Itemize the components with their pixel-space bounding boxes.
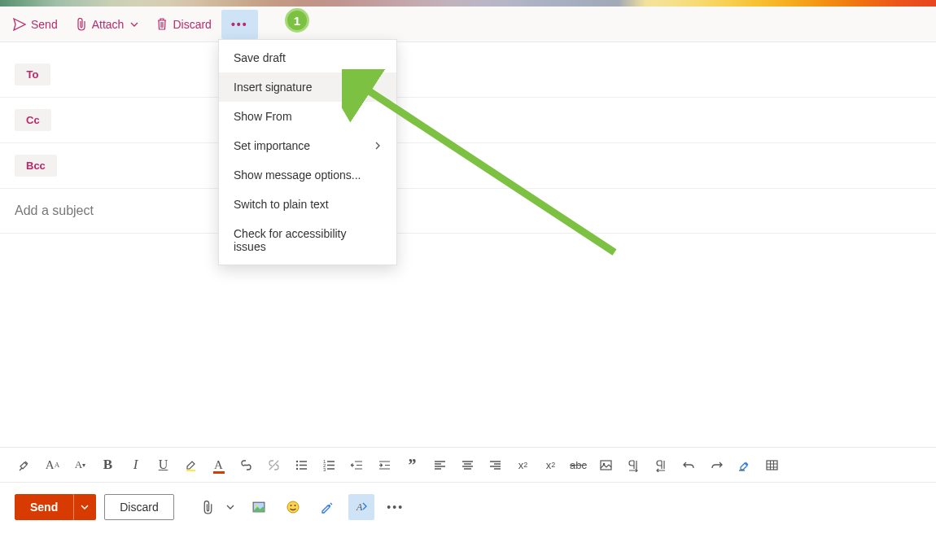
menu-insert-signature[interactable]: Insert signature [219,72,396,102]
chevron-down-icon [130,20,138,28]
show-formatting-icon[interactable]: A [348,494,374,520]
emoji-icon[interactable] [280,494,306,520]
send-split-button: Send [15,494,96,520]
to-row[interactable]: To [0,52,936,98]
undo-icon[interactable] [676,452,702,478]
picture-action-icon[interactable] [246,494,272,520]
numbering-icon[interactable]: 123 [316,452,343,478]
svg-point-1 [296,460,298,462]
formatting-toolbar: AA A▾ B I U A 123 ” x2 x2 abc [0,447,936,483]
discard-button[interactable]: Discard [104,494,173,520]
more-action-icon[interactable]: ••• [383,494,409,520]
menu-item-label: Set importance [234,139,310,152]
align-right-icon[interactable] [482,452,509,478]
font-color-icon[interactable]: A [205,452,232,478]
menu-switch-plain-text[interactable]: Switch to plain text [219,190,396,219]
chevron-down-icon [81,503,89,511]
unlink-icon[interactable] [260,452,287,478]
bcc-row[interactable]: Bcc [0,143,936,189]
ltr-icon[interactable] [620,452,647,478]
svg-rect-9 [767,461,777,470]
chevron-right-icon [374,142,382,150]
menu-set-importance[interactable]: Set importance [219,131,396,160]
format-painter-icon[interactable] [11,452,38,478]
attach-more-icon[interactable] [223,494,238,520]
strikethrough-icon[interactable]: abc [565,452,592,478]
discard-button-top[interactable]: Discard [148,10,219,39]
menu-item-label: Show From [234,110,292,123]
font-size-increase-icon[interactable]: AA [39,452,66,478]
attach-button-top[interactable]: Attach [68,10,147,39]
insert-picture-icon[interactable] [593,452,619,478]
discard-label: Discard [173,18,211,31]
menu-item-label: Check for accessibility issues [234,227,382,253]
message-body[interactable] [0,234,936,447]
svg-point-13 [290,505,291,506]
window-accent-bar [0,0,936,7]
badge-number: 1 [294,14,300,28]
annotation-badge-1: 1 [285,8,309,33]
menu-item-label: Save draft [234,51,286,64]
paperclip-icon [76,18,87,31]
attach-label: Attach [92,18,125,31]
svg-text:A: A [356,501,363,513]
bold-icon[interactable]: B [94,452,121,478]
send-label: Send [31,18,58,31]
more-actions-dropdown: Save draft Insert signature Show From Se… [218,39,397,265]
cc-chip[interactable]: Cc [15,109,51,131]
menu-item-label: Show message options... [234,168,361,182]
send-button-top[interactable]: Send [5,10,66,39]
align-center-icon[interactable] [454,452,481,478]
menu-show-from[interactable]: Show From [219,102,396,131]
align-left-icon[interactable] [426,452,453,478]
link-icon[interactable] [233,452,260,478]
svg-point-3 [296,467,298,469]
underline-icon[interactable]: U [150,452,177,478]
svg-text:3: 3 [323,467,326,472]
menu-item-label: Insert signature [234,81,313,94]
to-chip[interactable]: To [15,63,50,85]
svg-rect-0 [186,470,195,471]
more-actions-button[interactable]: ••• [221,10,258,39]
action-bar: Send Discard A ••• [0,483,936,532]
attach-action-icon[interactable] [195,494,221,520]
clear-formatting-icon[interactable] [731,452,758,478]
font-size-decrease-icon[interactable]: A▾ [67,452,94,478]
menu-show-message-options[interactable]: Show message options... [219,160,396,190]
subject-row [0,189,936,234]
menu-save-draft[interactable]: Save draft [219,43,396,72]
redo-icon[interactable] [703,452,730,478]
highlight-icon[interactable] [177,452,204,478]
quote-icon[interactable]: ” [399,452,426,478]
send-icon [13,18,26,31]
subscript-icon[interactable]: x2 [537,452,564,478]
bullets-icon[interactable] [288,452,315,478]
svg-point-14 [294,505,295,506]
italic-icon[interactable]: I [122,452,149,478]
svg-point-2 [296,464,298,466]
bcc-chip[interactable]: Bcc [15,155,57,177]
superscript-icon[interactable]: x2 [510,452,536,478]
subject-input[interactable] [15,203,921,218]
indent-icon[interactable] [371,452,398,478]
compose-area: To Cc Bcc [0,42,936,447]
outdent-icon[interactable] [343,452,370,478]
cc-row[interactable]: Cc [0,98,936,143]
ink-icon[interactable] [314,494,340,520]
menu-accessibility[interactable]: Check for accessibility issues [219,219,396,261]
compose-toolbar: Send Attach Discard ••• [0,7,936,42]
trash-icon [156,18,168,31]
send-button[interactable]: Send [15,494,73,520]
rtl-icon[interactable] [648,452,675,478]
send-options-button[interactable] [73,494,96,520]
svg-point-12 [287,501,299,513]
table-icon[interactable] [759,452,785,478]
menu-item-label: Switch to plain text [234,198,329,211]
ellipsis-icon: ••• [231,18,248,31]
